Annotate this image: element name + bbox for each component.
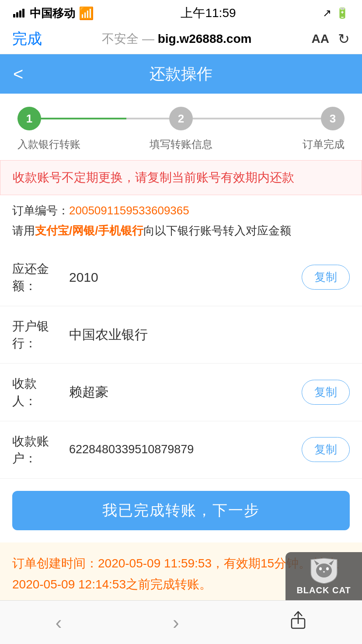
step-label-1: 入款银行转账 xyxy=(17,137,87,151)
svg-point-5 xyxy=(319,567,322,570)
amount-label: 应还金 额： xyxy=(12,260,60,294)
refresh-button[interactable]: ↻ xyxy=(338,31,350,47)
blackcat-label: BLACK CAT xyxy=(296,585,351,595)
order-label: 订单编号： xyxy=(12,204,69,217)
step-bar: 1 2 3 入款银行转账 填写转账信息 订单完成 xyxy=(0,94,362,160)
back-button[interactable]: < xyxy=(13,64,23,84)
signal-icon xyxy=(13,9,24,18)
insecure-label: 不安全 — xyxy=(102,32,158,46)
step-circle-2: 2 xyxy=(169,107,193,130)
aa-button[interactable]: AA xyxy=(312,32,329,46)
blackcat-watermark[interactable]: BLACK CAT xyxy=(285,552,362,600)
status-bar-time: 上午11:59 xyxy=(181,5,236,21)
blackcat-icon xyxy=(309,557,339,584)
step-labels: 入款银行转账 填写转账信息 订单完成 xyxy=(17,137,345,151)
order-number-row: 订单编号：2005091159533609365 xyxy=(12,203,350,218)
bank-value: 中国农业银行 xyxy=(60,326,350,344)
battery-icon: 🔋 xyxy=(336,7,349,19)
domain-label: big.w26888.com xyxy=(158,32,252,46)
step-label-3: 订单完成 xyxy=(275,137,345,151)
location-icon: ↗ xyxy=(323,7,331,19)
svg-point-6 xyxy=(326,567,329,570)
amount-copy-button[interactable]: 复制 xyxy=(302,265,350,290)
status-bar-left: 中国移动 📶 xyxy=(13,6,94,21)
warning-text: 收款账号不定期更换，请复制当前账号有效期内还款 xyxy=(13,171,294,184)
browser-bar: 完成 不安全 — big.w26888.com AA ↻ xyxy=(0,24,362,54)
status-bar-right: ↗ 🔋 xyxy=(323,7,349,19)
step-label-2: 填写转账信息 xyxy=(146,137,216,151)
order-desc-highlight: 支付宝/网银/手机银行 xyxy=(35,224,143,237)
status-bar: 中国移动 📶 上午11:59 ↗ 🔋 xyxy=(0,0,362,24)
browser-forward-button[interactable]: › xyxy=(155,607,197,638)
step-circle-1: 1 xyxy=(17,107,41,130)
account-row: 收款账 户： 6228480339510879879 复制 xyxy=(0,421,362,479)
browser-actions: AA ↻ xyxy=(312,31,350,47)
bottom-bar: ‹ › xyxy=(0,600,362,644)
bank-row: 开户银 行： 中国农业银行 xyxy=(0,306,362,364)
carrier-label: 中国移动 xyxy=(30,6,75,21)
step-circle-3: 3 xyxy=(321,107,345,130)
done-button[interactable]: 完成 xyxy=(12,29,42,49)
info-section: 应还金 额： 2010 复制 开户银 行： 中国农业银行 收款人： 赖超豪 复制… xyxy=(0,249,362,479)
order-desc: 请用支付宝/网银/手机银行向以下银行账号转入对应金额 xyxy=(12,222,350,240)
account-label: 收款账 户： xyxy=(12,433,60,467)
payee-value: 赖超豪 xyxy=(60,383,302,401)
wifi-icon: 📶 xyxy=(79,6,94,21)
url-bar[interactable]: 不安全 — big.w26888.com xyxy=(42,31,312,47)
page-header: < 还款操作 xyxy=(0,54,362,94)
amount-row: 应还金 额： 2010 复制 xyxy=(0,249,362,306)
payee-copy-button[interactable]: 复制 xyxy=(302,380,350,405)
warning-banner: 收款账号不定期更换，请复制当前账号有效期内还款 xyxy=(0,160,362,195)
order-info: 订单编号：2005091159533609365 请用支付宝/网银/手机银行向以… xyxy=(0,195,362,245)
order-desc-suffix: 向以下银行账号转入对应金额 xyxy=(143,224,291,237)
step-track: 1 2 3 xyxy=(17,107,345,130)
submit-button[interactable]: 我已完成转账，下一步 xyxy=(12,491,350,530)
svg-point-7 xyxy=(323,571,325,572)
browser-back-button[interactable]: ‹ xyxy=(38,607,80,638)
account-copy-button[interactable]: 复制 xyxy=(302,437,350,462)
payee-row: 收款人： 赖超豪 复制 xyxy=(0,364,362,421)
amount-value: 2010 xyxy=(60,270,302,285)
svg-point-2 xyxy=(316,564,332,578)
order-number: 2005091159533609365 xyxy=(69,204,189,217)
payee-label: 收款人： xyxy=(12,375,60,409)
page-title: 还款操作 xyxy=(150,63,212,85)
bank-label: 开户银 行： xyxy=(12,318,60,352)
share-button[interactable] xyxy=(272,606,324,638)
order-desc-prefix: 请用 xyxy=(12,224,35,237)
submit-wrapper: 我已完成转账，下一步 xyxy=(0,479,362,542)
account-value: 6228480339510879879 xyxy=(60,443,302,456)
